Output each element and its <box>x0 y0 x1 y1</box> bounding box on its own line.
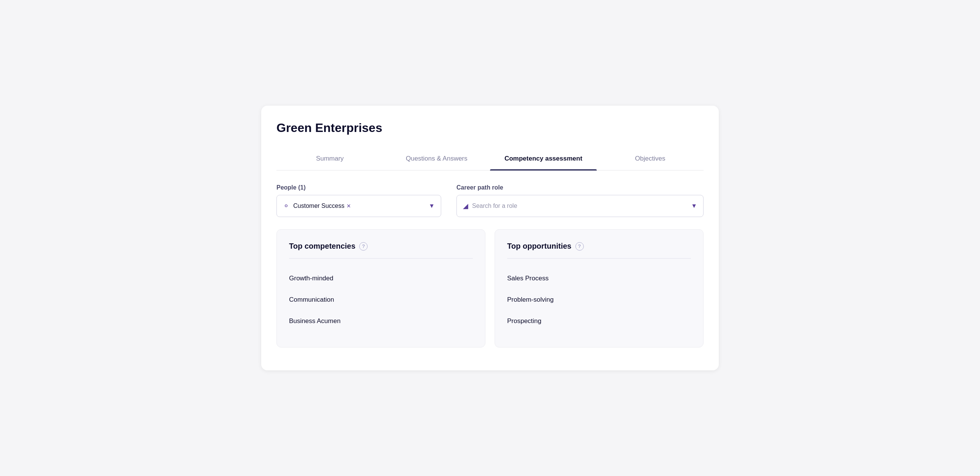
career-filter-group: Career path role ◢ Search for a role ▼ <box>456 184 704 217</box>
competencies-list: Growth-minded Communication Business Acu… <box>289 268 473 332</box>
list-item: Prospecting <box>507 310 691 332</box>
list-item: Sales Process <box>507 268 691 289</box>
list-item: Communication <box>289 289 473 310</box>
page-title: Green Enterprises <box>276 121 704 135</box>
list-item: Business Acumen <box>289 310 473 332</box>
career-chevron-icon: ▼ <box>691 203 697 209</box>
people-chevron-icon: ▼ <box>429 203 435 209</box>
people-tag-remove[interactable]: × <box>347 203 351 209</box>
people-filter-input[interactable]: ⚬ Customer Success × ▼ <box>276 195 441 217</box>
filter-icon: ◢ <box>463 202 468 210</box>
competencies-help-icon[interactable]: ? <box>359 242 368 251</box>
top-competencies-card: Top competencies ? Growth-minded Communi… <box>276 229 485 347</box>
opportunities-card-header: Top opportunities ? <box>507 242 691 259</box>
list-item: Growth-minded <box>289 268 473 289</box>
people-tag: Customer Success × <box>293 203 351 209</box>
competencies-title: Top competencies <box>289 242 355 251</box>
opportunities-list: Sales Process Problem-solving Prospectin… <box>507 268 691 332</box>
tab-summary[interactable]: Summary <box>276 149 383 170</box>
person-icon: ⚬ <box>283 201 289 211</box>
filters-section: People (1) ⚬ Customer Success × ▼ Career… <box>276 184 704 217</box>
tab-qa[interactable]: Questions & Answers <box>383 149 490 170</box>
career-filter-input[interactable]: ◢ Search for a role ▼ <box>456 195 704 217</box>
people-filter-label: People (1) <box>276 184 441 191</box>
tabs-bar: Summary Questions & Answers Competency a… <box>276 149 704 170</box>
people-filter-group: People (1) ⚬ Customer Success × ▼ <box>276 184 441 217</box>
list-item: Problem-solving <box>507 289 691 310</box>
career-placeholder: Search for a role <box>472 203 687 209</box>
cards-row: Top competencies ? Growth-minded Communi… <box>276 229 704 347</box>
career-filter-label: Career path role <box>456 184 704 191</box>
tab-objectives[interactable]: Objectives <box>597 149 704 170</box>
people-tag-label: Customer Success <box>293 203 344 209</box>
opportunities-title: Top opportunities <box>507 242 572 251</box>
page-container: Green Enterprises Summary Questions & An… <box>261 106 719 370</box>
competencies-card-header: Top competencies ? <box>289 242 473 259</box>
top-opportunities-card: Top opportunities ? Sales Process Proble… <box>495 229 704 347</box>
opportunities-help-icon[interactable]: ? <box>575 242 584 251</box>
tab-competency[interactable]: Competency assessment <box>490 149 597 170</box>
